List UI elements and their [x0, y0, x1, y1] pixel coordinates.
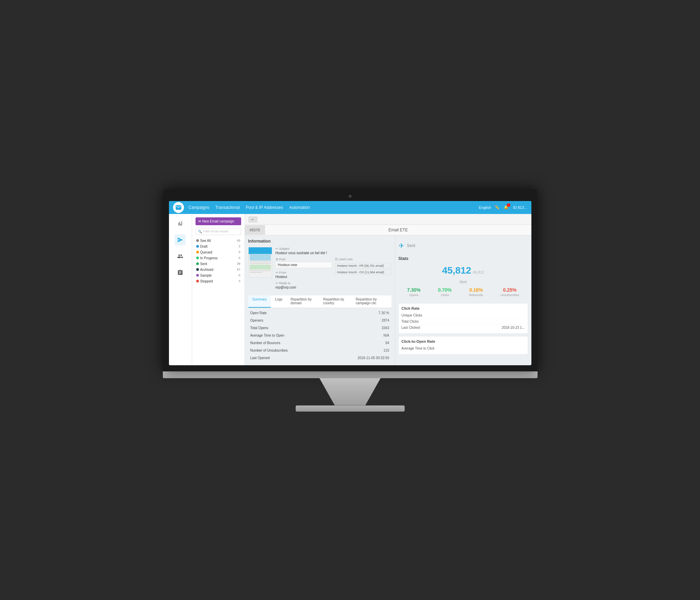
sidebar-send-icon[interactable] [175, 234, 186, 245]
clicks-stat: 0.70% Clicks [438, 287, 452, 297]
stats-row: 7.30% Opens 0.70% Clicks 0.16% [399, 287, 528, 297]
nav-automation[interactable]: Automation [289, 204, 310, 211]
last-clicked-row: Last Clicked 2018-10-23 1... [402, 325, 525, 330]
new-campaign-button[interactable]: ✉ New Email campaign [196, 217, 241, 225]
from-icon: ↩ [276, 271, 278, 274]
reply-to-label: ↩ Reply to [276, 281, 332, 285]
notification-badge: 1 [507, 203, 510, 207]
logo[interactable] [173, 202, 184, 213]
sidebar-chart-icon[interactable] [175, 218, 186, 229]
table-row: Open Rate 7.30 % [248, 309, 391, 317]
bounces-label: Number of Bounces [248, 339, 325, 347]
back-bar: ← [245, 214, 531, 225]
rebounds-stat: 0.16% Rebounds [469, 287, 483, 297]
subject-value: Hosteur vous souhaite un bel été ! [276, 251, 391, 255]
nav-pool[interactable]: Pool & IP Addresses [246, 204, 283, 211]
total-clicks-label: Total Clicks [402, 320, 419, 323]
tab-country[interactable]: Repartition by country [319, 295, 352, 308]
avg-time-label: Average Time to Open [248, 332, 325, 339]
sidebar-clipboard-icon[interactable] [175, 267, 186, 278]
info-section-title: Information [248, 239, 391, 244]
tab-logs[interactable]: Logs [271, 295, 286, 308]
unsubs-stat: 0.25% Unsubscribes [500, 287, 519, 297]
filter-queued[interactable]: Queued 0 [196, 249, 241, 255]
campaign-id: #5570 [245, 225, 265, 235]
left-column: Information [245, 235, 395, 365]
summary-table: Open Rate 7.30 % Openers 2874 Total Open… [248, 309, 391, 362]
unique-clicks-row: Unique Clicks [402, 312, 525, 319]
table-row: Number of Unsubscribes 115 [248, 347, 391, 354]
filter-list: See All 45 Draft 3 Queued 0 In Progres [196, 238, 241, 284]
list-tag-2: Hosteur inscrit - CH (11,964 email) [335, 270, 391, 275]
reply-icon: ↩ [276, 281, 278, 285]
opens-label: Opens [407, 293, 421, 297]
last-opened-label: Last Opened [248, 354, 325, 361]
nav-links: Campaigns Transactional Pool & IP Addres… [189, 204, 479, 211]
filter-sent[interactable]: Sent 39 [196, 261, 241, 267]
pool-field: ⚙ Pool Hosteur-new [276, 258, 332, 268]
stat-divider [399, 300, 528, 301]
thumb-line [250, 261, 271, 262]
filter-stopped[interactable]: Stopped 3 [196, 278, 241, 284]
table-row: Openers 2874 [248, 317, 391, 324]
clicks-label: Clicks [438, 293, 452, 297]
thumb-image [250, 254, 271, 261]
filter-archived[interactable]: Archived 67 [196, 267, 241, 273]
settings-icon[interactable]: ✏️ [495, 205, 499, 210]
sent-label: Sent [399, 280, 528, 284]
last-clicked-label: Last Clicked [402, 326, 420, 329]
sent-plane-icon: ✈ [399, 242, 404, 250]
language-selector[interactable]: English [479, 205, 491, 210]
stats-title: Stats [399, 256, 528, 261]
campaign-name: Email ETE [265, 225, 531, 235]
envelope-icon: ✉ [198, 219, 201, 223]
left-panel: ✉ New Email campaign 🔍 Filter Email resu… [192, 214, 245, 365]
monitor-base [296, 405, 405, 412]
sidebar-users-icon[interactable] [175, 251, 186, 262]
filter-see-all[interactable]: See All 45 [196, 238, 241, 244]
filter-sample[interactable]: Sample 0 [196, 273, 241, 278]
bounces-value: 84 [325, 339, 391, 347]
total-opens-value: 3343 [325, 324, 391, 332]
thumb-header [249, 247, 272, 253]
notifications-icon[interactable]: 🔔 1 [503, 204, 510, 211]
from-label: ↩ From [276, 271, 332, 274]
subject-icon: ↩ [276, 247, 278, 250]
opens-percent: 7.30% [407, 287, 421, 293]
filter-draft[interactable]: Draft 3 [196, 244, 241, 249]
rebounds-label: Rebounds [469, 293, 483, 297]
thumb-line [250, 272, 262, 273]
campaign-header: #5570 Email ETE [245, 225, 531, 235]
thumb-body [249, 253, 272, 275]
filter-in-progress[interactable]: In Progress 0 [196, 255, 241, 261]
search-icon: 🔍 [198, 230, 202, 233]
total-clicks-row: Total Clicks [402, 319, 525, 325]
tab-campaign-clic[interactable]: Repartition by campaign clic [352, 295, 391, 308]
subject-label: ↩ Subject [276, 247, 391, 250]
reply-to-field: ↩ Reply to nrp@nrp.com [276, 281, 332, 289]
tab-summary[interactable]: Summary [248, 295, 271, 308]
reply-to-value: nrp@nrp.com [276, 286, 332, 289]
table-row: Number of Bounces 84 [248, 339, 391, 347]
pool-icon: ⚙ [276, 258, 278, 261]
unique-clicks-label: Unique Clicks [402, 313, 422, 317]
click-to-open-box: Click-to-Open Rate Average Time to Click [399, 336, 528, 354]
user-id: ID 813... [513, 205, 527, 210]
search-box[interactable]: 🔍 Filter Email results [196, 228, 241, 235]
nav-campaigns[interactable]: Campaigns [189, 204, 209, 211]
tab-domain[interactable]: Repartition by domain [286, 295, 319, 308]
click-to-open-title: Click-to-Open Rate [402, 339, 525, 343]
thumb-line [250, 263, 271, 264]
nav-transactional[interactable]: Transactional [215, 204, 240, 211]
main-layout: ✉ New Email campaign 🔍 Filter Email resu… [169, 214, 531, 365]
pool-label: ⚙ Pool [276, 258, 332, 261]
thumb-line [250, 270, 271, 271]
sent-big-number: 45,812 [442, 265, 471, 276]
table-row: Total Opens 3343 [248, 324, 391, 332]
monitor-neck [299, 378, 401, 405]
back-button[interactable]: ← [248, 216, 258, 222]
monitor-camera [349, 195, 352, 198]
info-content: ↩ Subject Hosteur vous souhaite un bel é… [248, 247, 391, 292]
from-field: ↩ From Hosteur [276, 271, 332, 279]
right-column: ✈ Sent Stats 45,812 45,812 Sent [395, 235, 531, 365]
